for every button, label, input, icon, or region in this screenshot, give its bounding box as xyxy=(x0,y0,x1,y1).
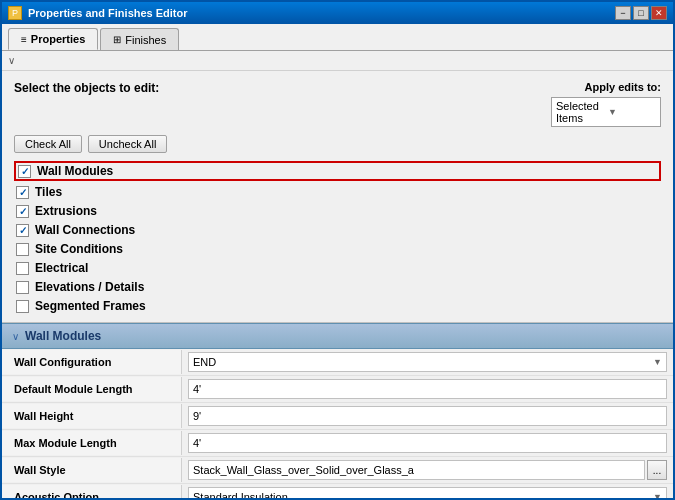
max-module-length-input[interactable] xyxy=(188,433,667,453)
checkbox-segmented-frames-label: Segmented Frames xyxy=(35,299,146,313)
prop-value-acoustic-option: Standard Insulation ▼ xyxy=(182,484,673,498)
title-bar-left: P Properties and Finishes Editor xyxy=(8,6,188,20)
prop-name-wall-style: Wall Style xyxy=(2,458,182,482)
checkbox-electrical[interactable]: Electrical xyxy=(14,260,661,276)
acoustic-option-value: Standard Insulation xyxy=(193,491,653,498)
checkbox-wall-connections-label: Wall Connections xyxy=(35,223,135,237)
collapse-section: ∨ xyxy=(2,51,673,71)
prop-value-wall-style: ... xyxy=(182,457,673,483)
section-header-title: Wall Modules xyxy=(25,329,101,343)
wall-style-input[interactable] xyxy=(188,460,645,480)
prop-value-wall-configuration: END ▼ xyxy=(182,349,673,375)
checkbox-wall-modules[interactable]: Wall Modules xyxy=(14,161,661,181)
main-content: ∨ Select the objects to edit: Apply edit… xyxy=(2,51,673,498)
title-bar: P Properties and Finishes Editor − □ ✕ xyxy=(2,2,673,24)
acoustic-option-dropdown[interactable]: Standard Insulation ▼ xyxy=(188,487,667,498)
wall-height-input[interactable] xyxy=(188,406,667,426)
checkbox-wall-modules-label: Wall Modules xyxy=(37,164,113,178)
maximize-button[interactable]: □ xyxy=(633,6,649,20)
row-wall-style: Wall Style ... xyxy=(2,457,673,484)
checkbox-site-conditions-label: Site Conditions xyxy=(35,242,123,256)
window-title: Properties and Finishes Editor xyxy=(28,7,188,19)
title-controls: − □ ✕ xyxy=(615,6,667,20)
checkbox-extrusions-box[interactable] xyxy=(16,205,29,218)
checkbox-extrusions[interactable]: Extrusions xyxy=(14,203,661,219)
apply-edits-dropdown[interactable]: Selected Items ▼ xyxy=(551,97,661,127)
prop-name-default-module-length: Default Module Length xyxy=(2,377,182,401)
tab-properties[interactable]: ≡ Properties xyxy=(8,28,98,50)
default-module-length-input[interactable] xyxy=(188,379,667,399)
prop-name-max-module-length: Max Module Length xyxy=(2,431,182,455)
checkbox-wall-modules-box[interactable] xyxy=(18,165,31,178)
prop-name-wall-height: Wall Height xyxy=(2,404,182,428)
checkbox-extrusions-label: Extrusions xyxy=(35,204,97,218)
tab-finishes-label: Finishes xyxy=(125,34,166,46)
wall-configuration-arrow-icon: ▼ xyxy=(653,357,662,367)
checkbox-wall-connections[interactable]: Wall Connections xyxy=(14,222,661,238)
tab-bar: ≡ Properties ⊞ Finishes xyxy=(2,24,673,51)
checkbox-list: Wall Modules Tiles Extrusions xyxy=(14,161,661,314)
checkbox-tiles-label: Tiles xyxy=(35,185,62,199)
row-default-module-length: Default Module Length xyxy=(2,376,673,403)
checkbox-tiles[interactable]: Tiles xyxy=(14,184,661,200)
tab-properties-label: Properties xyxy=(31,33,85,45)
prop-value-max-module-length xyxy=(182,430,673,456)
checkbox-elevations-details[interactable]: Elevations / Details xyxy=(14,279,661,295)
checkbox-segmented-frames-box[interactable] xyxy=(16,300,29,313)
prop-value-wall-height xyxy=(182,403,673,429)
prop-name-acoustic-option: Acoustic Option xyxy=(2,485,182,498)
checkbox-site-conditions-box[interactable] xyxy=(16,243,29,256)
row-max-module-length: Max Module Length xyxy=(2,430,673,457)
checkbox-site-conditions[interactable]: Site Conditions xyxy=(14,241,661,257)
row-wall-height: Wall Height xyxy=(2,403,673,430)
prop-name-wall-configuration: Wall Configuration xyxy=(2,350,182,374)
checkbox-wall-connections-box[interactable] xyxy=(16,224,29,237)
wall-configuration-dropdown[interactable]: END ▼ xyxy=(188,352,667,372)
apply-edits-arrow: ▼ xyxy=(608,107,656,117)
section-header-arrow-icon: ∨ xyxy=(12,331,19,342)
wall-style-browse-button[interactable]: ... xyxy=(647,460,667,480)
properties-tab-icon: ≡ xyxy=(21,34,27,45)
minimize-button[interactable]: − xyxy=(615,6,631,20)
apply-edits-group: Apply edits to: Selected Items ▼ xyxy=(551,81,661,127)
finishes-tab-icon: ⊞ xyxy=(113,34,121,45)
check-all-button[interactable]: Check All xyxy=(14,135,82,153)
checkbox-tiles-box[interactable] xyxy=(16,186,29,199)
apply-edits-label: Apply edits to: xyxy=(585,81,661,93)
select-objects-label: Select the objects to edit: xyxy=(14,81,159,95)
wall-configuration-value: END xyxy=(193,356,653,368)
properties-section: ∨ Wall Modules Wall Configuration END ▼ xyxy=(2,323,673,498)
checkbox-elevations-details-label: Elevations / Details xyxy=(35,280,144,294)
collapse-button[interactable]: ∨ xyxy=(8,55,667,66)
checkbox-electrical-label: Electrical xyxy=(35,261,88,275)
apply-edits-value: Selected Items xyxy=(556,100,604,124)
window-icon: P xyxy=(8,6,22,20)
section-header: ∨ Wall Modules xyxy=(2,323,673,349)
select-section: Select the objects to edit: Apply edits … xyxy=(2,71,673,323)
prop-value-default-module-length xyxy=(182,376,673,402)
close-button[interactable]: ✕ xyxy=(651,6,667,20)
collapse-arrow: ∨ xyxy=(8,55,15,66)
main-window: P Properties and Finishes Editor − □ ✕ ≡… xyxy=(0,0,675,500)
checkbox-segmented-frames[interactable]: Segmented Frames xyxy=(14,298,661,314)
select-section-header: Select the objects to edit: Apply edits … xyxy=(14,81,661,127)
checkbox-elevations-details-box[interactable] xyxy=(16,281,29,294)
row-acoustic-option: Acoustic Option Standard Insulation ▼ xyxy=(2,484,673,498)
tab-finishes[interactable]: ⊞ Finishes xyxy=(100,28,179,50)
row-wall-configuration: Wall Configuration END ▼ xyxy=(2,349,673,376)
scroll-area[interactable]: ∨ Select the objects to edit: Apply edit… xyxy=(2,51,673,498)
wall-style-input-group: ... xyxy=(188,460,667,480)
acoustic-option-arrow-icon: ▼ xyxy=(653,492,662,498)
checkbox-electrical-box[interactable] xyxy=(16,262,29,275)
uncheck-all-button[interactable]: Uncheck All xyxy=(88,135,167,153)
buttons-row: Check All Uncheck All xyxy=(14,135,661,153)
